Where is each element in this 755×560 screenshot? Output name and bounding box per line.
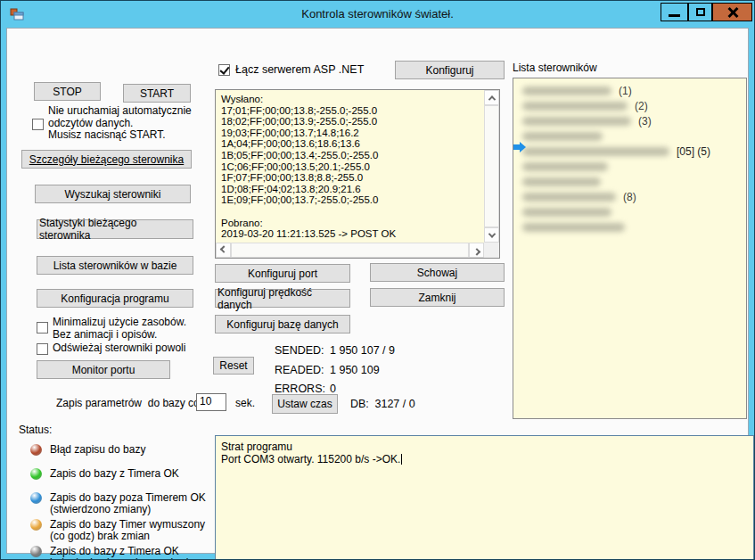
scrollbar-corner <box>484 243 499 258</box>
save-interval-label: Zapis parametrów do bazy co : <box>56 398 205 410</box>
no-autostart-label: Nie uruchamiaj automatycznie odczytów da… <box>48 105 192 142</box>
maximize-icon <box>696 8 705 16</box>
status-orb-icon <box>30 468 42 480</box>
status-orb-icon <box>30 444 42 456</box>
program-status-box[interactable]: Strat programu Port COM3 otwarty. 115200… <box>215 435 754 560</box>
controller-list-item[interactable]: (2) <box>513 98 746 113</box>
app-window: Kontrola sterowników świateł. STOP START… <box>0 0 755 560</box>
redacted-controller-name <box>522 193 616 202</box>
program-status-text: Strat programu Port COM3 otwarty. 115200… <box>221 441 748 465</box>
redacted-controller-name <box>522 223 625 232</box>
controller-id-suffix: [05] (5) <box>677 145 710 158</box>
redacted-controller-name <box>522 86 611 95</box>
set-time-button[interactable]: Ustaw czas <box>272 394 338 414</box>
redacted-controller-name <box>522 208 611 217</box>
legend-label: Zapis do bazy z Timera OK <box>50 468 179 480</box>
slow-refresh-checkbox[interactable] <box>37 343 48 355</box>
configure-database-button[interactable]: Konfiguruj bazę danych <box>215 315 350 334</box>
redacted-controller-name <box>522 102 628 111</box>
port-monitor-button[interactable]: Monitor portu <box>37 360 170 379</box>
redacted-controller-name <box>522 147 669 156</box>
legend-item: Zapis do bazy poza Timerem OK (stwierdzo… <box>30 492 222 515</box>
counter-row: SENDED:1 950 107 / 9 <box>275 344 453 364</box>
redacted-controller-name <box>522 162 608 171</box>
close-icon <box>727 7 738 18</box>
sent-data-log-text: Wysłano: 17;01;FF;00;00;13.8;-255.0;-255… <box>217 91 483 242</box>
chevron-down-icon <box>488 230 495 237</box>
minimize-resources-checkbox[interactable] <box>37 322 48 334</box>
legend-label: Zapis do bazy Timer wymuszony (co godz) … <box>50 519 205 542</box>
controller-list-title: Lista sterowników <box>513 62 597 75</box>
db-counter: DB: 3127 / 0 <box>350 398 415 410</box>
controller-statistics-button[interactable]: Statystyki bieżącego sterownika <box>37 219 193 239</box>
redacted-controller-name <box>522 117 631 126</box>
program-configuration-button[interactable]: Konfiguracja programu <box>37 289 193 308</box>
save-interval-input[interactable]: 10 <box>196 393 226 411</box>
selected-controller-arrow-icon <box>513 142 526 152</box>
scroll-down-button[interactable] <box>484 227 499 243</box>
controller-list-item[interactable]: (3) <box>513 113 746 128</box>
configure-speed-button[interactable]: Konfiguruj prędkość danych <box>215 289 350 308</box>
client-area: STOP START Nie uruchamiaj automatycznie … <box>6 28 749 554</box>
no-autostart-checkbox[interactable] <box>32 119 44 130</box>
db-counter-label: DB: <box>350 398 372 410</box>
controller-list-item[interactable] <box>513 159 746 174</box>
status-orb-icon <box>30 519 42 531</box>
search-controllers-button[interactable]: Wyszukaj sterowniki <box>35 185 191 203</box>
controller-list-item[interactable] <box>513 204 746 219</box>
horizontal-scrollbar[interactable] <box>216 243 484 258</box>
title-bar[interactable]: Kontrola sterowników świateł. <box>1 1 754 28</box>
chevron-right-icon <box>472 248 480 255</box>
save-interval-unit: sek. <box>235 398 255 410</box>
legend-item: Zapis do bazy Timer wymuszony (co godz) … <box>30 519 222 542</box>
reset-counters-button[interactable]: Reset <box>213 357 254 375</box>
start-button[interactable]: START <box>123 84 191 103</box>
minimize-button[interactable] <box>661 3 688 21</box>
configure-asp-button[interactable]: Konfiguruj <box>395 61 505 79</box>
scroll-left-button[interactable] <box>216 243 231 258</box>
counter-row: READED:1 950 109 <box>275 364 453 383</box>
close-app-button[interactable]: Zamknij <box>370 288 505 307</box>
configure-port-button[interactable]: Konfiguruj port <box>215 264 350 283</box>
legend-item: Zapis do bazy z Timera OK jednak nic nie… <box>30 546 222 560</box>
legend-label: Zapis do bazy poza Timerem OK (stwierdzo… <box>50 492 206 515</box>
horizontal-scroll-thumb[interactable] <box>231 243 469 258</box>
asp-server-label: Łącz serwerem ASP .NET <box>235 64 364 77</box>
window-title: Kontrola sterowników świateł. <box>1 7 754 21</box>
legend-label: Błąd zapisu do bazy <box>50 444 145 456</box>
current-controller-details-button[interactable]: Szczegóły bieżącego sterownika <box>21 150 192 169</box>
vertical-scroll-thumb[interactable] <box>484 105 499 227</box>
redacted-controller-name <box>522 132 603 141</box>
redacted-controller-name <box>522 177 601 186</box>
status-orb-icon <box>30 492 42 504</box>
legend-label: Zapis do bazy z Timera OK jednak nic nie… <box>50 546 222 560</box>
vertical-scrollbar[interactable] <box>484 90 499 243</box>
scroll-right-button[interactable] <box>469 243 484 258</box>
controller-list-item[interactable]: (8) <box>513 189 746 204</box>
controller-list-item[interactable] <box>513 219 746 235</box>
minimize-resources-label: Minimalizuj użycie zasobów. Bez animacji… <box>53 317 186 341</box>
close-window-button[interactable] <box>712 3 752 21</box>
controller-list-item[interactable] <box>513 128 746 144</box>
controller-id-suffix: (3) <box>638 115 652 128</box>
controller-list[interactable]: (1)(2)(3)[05] (5)(8) <box>513 78 747 419</box>
asp-server-checkbox[interactable] <box>218 64 230 76</box>
stop-button[interactable]: STOP <box>34 82 101 101</box>
controllers-in-db-button[interactable]: Lista sterowników w bazie <box>37 256 193 275</box>
controller-list-item[interactable] <box>513 174 746 189</box>
counters: SENDED:1 950 107 / 9READED:1 950 109ERRO… <box>275 344 453 402</box>
hide-button[interactable]: Schowaj <box>370 263 505 282</box>
status-title: Status: <box>19 424 52 437</box>
legend-item: Zapis do bazy z Timera OK <box>30 468 222 480</box>
controller-list-item[interactable]: [05] (5) <box>513 144 746 159</box>
slow-refresh-label: Odświeżaj sterowniki powoli <box>53 342 185 355</box>
controller-list-item[interactable]: (1) <box>513 83 746 98</box>
chevron-left-icon <box>219 245 226 252</box>
sent-data-log-panel[interactable]: Wysłano: 17;01;FF;00;00;13.8;-255.0;-255… <box>215 89 500 259</box>
controller-id-suffix: (1) <box>619 85 632 97</box>
db-counter-value: 3127 / 0 <box>374 398 414 410</box>
chevron-up-icon <box>488 95 495 103</box>
maximize-button[interactable] <box>688 3 712 21</box>
scroll-up-button[interactable] <box>484 90 499 105</box>
legend-item: Błąd zapisu do bazy <box>30 444 222 456</box>
